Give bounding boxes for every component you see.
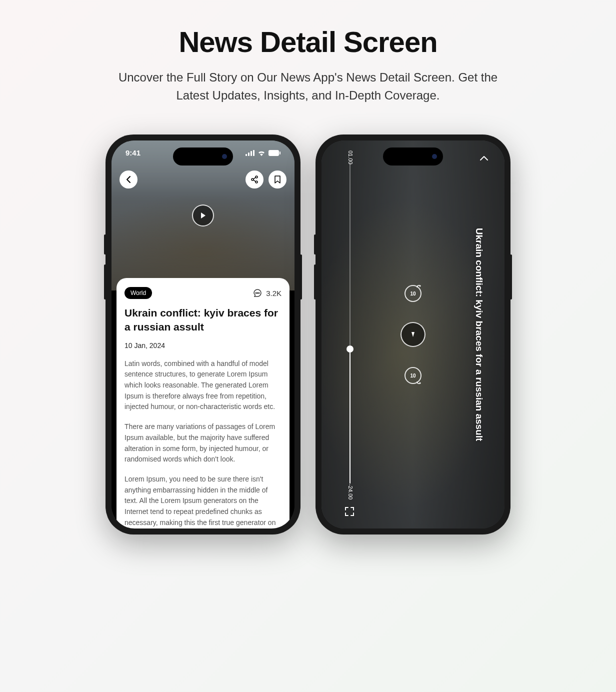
svg-rect-4 bbox=[268, 150, 279, 156]
svg-point-6 bbox=[256, 176, 258, 178]
skip-back-label: 10 bbox=[410, 291, 416, 296]
skip-back-arrow-icon bbox=[416, 285, 422, 290]
svg-point-7 bbox=[252, 178, 254, 180]
page-subtitle: Uncover the Full Story on Our News App's… bbox=[113, 68, 503, 104]
svg-rect-1 bbox=[248, 152, 250, 156]
share-icon bbox=[250, 176, 258, 184]
signal-icon bbox=[246, 150, 254, 156]
phone-notch bbox=[383, 148, 443, 166]
video-progress-bar[interactable] bbox=[350, 163, 350, 484]
video-total-time: 01.00 bbox=[348, 150, 354, 164]
comments-count[interactable]: 3.2K bbox=[253, 288, 282, 298]
page-title: News Detail Screen bbox=[10, 25, 606, 58]
skip-forward-button[interactable]: 10 bbox=[404, 367, 422, 384]
chevron-up-icon bbox=[480, 156, 488, 162]
phone-mockup-video: Ukrain conflict: kyiv braces for a russi… bbox=[316, 134, 510, 534]
fullscreen-button[interactable] bbox=[344, 506, 354, 518]
video-player: Ukrain conflict: kyiv braces for a russi… bbox=[322, 140, 504, 528]
svg-rect-3 bbox=[253, 150, 254, 156]
back-button[interactable] bbox=[120, 170, 138, 188]
fullscreen-icon bbox=[344, 506, 354, 516]
video-current-time: -24.00 bbox=[348, 484, 354, 500]
svg-rect-5 bbox=[280, 152, 280, 154]
battery-icon bbox=[268, 150, 280, 156]
article-paragraph: There are many variations of passages of… bbox=[124, 422, 282, 465]
svg-point-13 bbox=[258, 292, 260, 294]
svg-point-12 bbox=[257, 292, 258, 294]
article-paragraph: Lorem Ipsum, you need to be sure there i… bbox=[124, 474, 282, 528]
svg-line-9 bbox=[254, 178, 256, 179]
skip-forward-label: 10 bbox=[410, 373, 416, 378]
svg-line-10 bbox=[254, 180, 256, 182]
skip-forward-arrow-icon bbox=[416, 379, 422, 384]
share-button[interactable] bbox=[246, 170, 264, 188]
chevron-left-icon bbox=[126, 176, 131, 183]
svg-point-8 bbox=[256, 181, 258, 183]
svg-rect-2 bbox=[250, 151, 252, 156]
play-icon bbox=[200, 212, 206, 219]
bookmark-button[interactable] bbox=[268, 170, 286, 188]
article-body: Latin words, combined with a handful of … bbox=[124, 358, 282, 528]
play-icon bbox=[410, 331, 416, 338]
status-icons bbox=[246, 150, 280, 156]
skip-back-button[interactable]: 10 bbox=[404, 285, 422, 302]
bookmark-icon bbox=[274, 176, 281, 184]
comments-value: 3.2K bbox=[266, 289, 282, 298]
video-progress-thumb[interactable] bbox=[346, 346, 354, 352]
article-card: World 3.2K Ukrain conflict: kyiv braces … bbox=[116, 278, 290, 528]
wifi-icon bbox=[258, 150, 266, 156]
article-paragraph: Latin words, combined with a handful of … bbox=[124, 358, 282, 412]
video-title: Ukrain conflict: kyiv braces for a russi… bbox=[474, 228, 484, 442]
status-time: 9:41 bbox=[126, 148, 140, 157]
comment-icon bbox=[253, 288, 262, 298]
category-chip[interactable]: World bbox=[124, 287, 152, 299]
article-date: 10 Jan, 2024 bbox=[124, 342, 282, 350]
video-play-button[interactable] bbox=[400, 322, 426, 347]
svg-rect-0 bbox=[246, 154, 247, 156]
phone-notch bbox=[173, 148, 233, 166]
phone-mockup-detail: 9:41 bbox=[106, 134, 300, 534]
play-button[interactable] bbox=[192, 204, 214, 226]
article-title: Ukrain conflict: kyiv braces for a russi… bbox=[124, 306, 282, 334]
video-back-button[interactable] bbox=[480, 154, 488, 164]
svg-point-11 bbox=[256, 292, 256, 294]
video-progress-fill bbox=[350, 349, 350, 484]
